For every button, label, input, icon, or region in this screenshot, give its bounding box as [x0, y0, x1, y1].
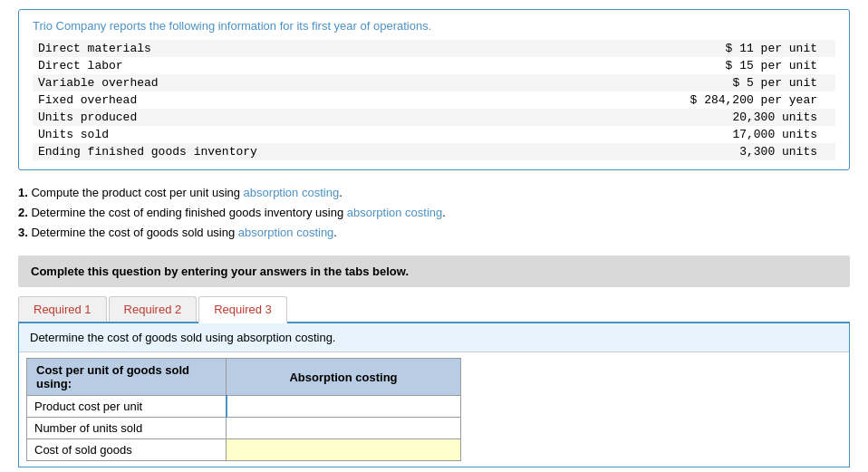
- answer-table-col1-header: Cost per unit of goods sold using:: [27, 359, 227, 396]
- data-row-value: $ 284,200 per year: [268, 92, 835, 109]
- tab-required3-label: Required 3: [214, 303, 272, 316]
- data-row: Ending finished goods inventory 3,300 un…: [33, 143, 835, 160]
- step-2: 2. Determine the cost of ending finished…: [18, 203, 850, 223]
- step-2-text: Determine the cost of ending finished go…: [31, 206, 445, 219]
- step-3-num: 3.: [18, 226, 28, 239]
- answer-row-input-cell: [227, 396, 461, 418]
- data-row-value: 3,300 units: [268, 143, 835, 160]
- tab-required3[interactable]: Required 3: [198, 296, 287, 323]
- data-row: Variable overhead $ 5 per unit: [33, 74, 835, 92]
- data-row-label: Units sold: [33, 126, 268, 143]
- data-row: Fixed overhead $ 284,200 per year: [33, 92, 835, 109]
- complete-bar-text: Complete this question by entering your …: [31, 265, 409, 278]
- step-1-num: 1.: [18, 186, 28, 199]
- answer-table-wrapper: Cost per unit of goods sold using: Absor…: [19, 352, 849, 467]
- data-row-value: $ 11 per unit: [268, 40, 835, 57]
- answer-row-label: Product cost per unit: [27, 396, 227, 418]
- data-row-label: Units produced: [33, 109, 268, 126]
- data-row-label: Ending finished goods inventory: [33, 143, 268, 160]
- answer-table: Cost per unit of goods sold using: Absor…: [26, 358, 461, 461]
- tab-description-text: Determine the cost of goods sold using a…: [30, 331, 335, 344]
- answer-row: Number of units sold: [27, 418, 461, 439]
- answer-row: Product cost per unit: [27, 396, 461, 418]
- data-row-label: Variable overhead: [33, 74, 268, 92]
- data-table: Direct materials $ 11 per unit Direct la…: [33, 40, 835, 160]
- answer-row: Cost of sold goods: [27, 439, 461, 461]
- answer-row-label: Cost of sold goods: [27, 439, 227, 461]
- answer-row-input-cell: [227, 439, 461, 461]
- complete-bar: Complete this question by entering your …: [18, 255, 850, 287]
- answer-input[interactable]: [227, 418, 460, 438]
- tab-content: Determine the cost of goods sold using a…: [18, 323, 850, 467]
- data-row: Units sold 17,000 units: [33, 126, 835, 143]
- data-row-label: Direct labor: [33, 57, 268, 74]
- step-1: 1. Compute the product cost per unit usi…: [18, 183, 850, 203]
- answer-row-input-cell: [227, 418, 461, 439]
- step-2-num: 2.: [18, 206, 28, 219]
- answer-table-col2-header: Absorption costing: [227, 359, 461, 396]
- step-3: 3. Determine the cost of goods sold usin…: [18, 223, 850, 243]
- answer-input[interactable]: [227, 396, 461, 417]
- tab-required2-label: Required 2: [124, 303, 182, 316]
- tab-required1-label: Required 1: [34, 303, 92, 316]
- step-3-text: Determine the cost of goods sold using a…: [31, 226, 337, 239]
- tab-description: Determine the cost of goods sold using a…: [19, 323, 849, 352]
- tabs-row: Required 1 Required 2 Required 3: [18, 296, 850, 323]
- data-row-value: $ 5 per unit: [268, 74, 835, 92]
- data-row-label: Fixed overhead: [33, 92, 268, 109]
- intro-text: Trio Company reports the following infor…: [33, 19, 835, 33]
- answer-row-label: Number of units sold: [27, 418, 227, 439]
- tab-required2[interactable]: Required 2: [109, 296, 198, 322]
- intro-rest: reports the following information for it…: [110, 19, 432, 33]
- instructions: 1. Compute the product cost per unit usi…: [18, 183, 850, 243]
- data-row: Direct materials $ 11 per unit: [33, 40, 835, 57]
- data-row-value: 20,300 units: [268, 109, 835, 126]
- data-row-value: 17,000 units: [268, 126, 835, 143]
- intro-box: Trio Company reports the following infor…: [18, 9, 850, 170]
- data-row: Direct labor $ 15 per unit: [33, 57, 835, 74]
- data-row-label: Direct materials: [33, 40, 268, 57]
- data-row-value: $ 15 per unit: [268, 57, 835, 74]
- page-wrapper: Trio Company reports the following infor…: [0, 0, 868, 472]
- tab-required1[interactable]: Required 1: [18, 296, 107, 322]
- data-row: Units produced 20,300 units: [33, 109, 835, 126]
- step-1-text: Compute the product cost per unit using …: [31, 186, 342, 199]
- answer-input[interactable]: [227, 439, 460, 460]
- company-highlight: Trio Company: [33, 19, 106, 33]
